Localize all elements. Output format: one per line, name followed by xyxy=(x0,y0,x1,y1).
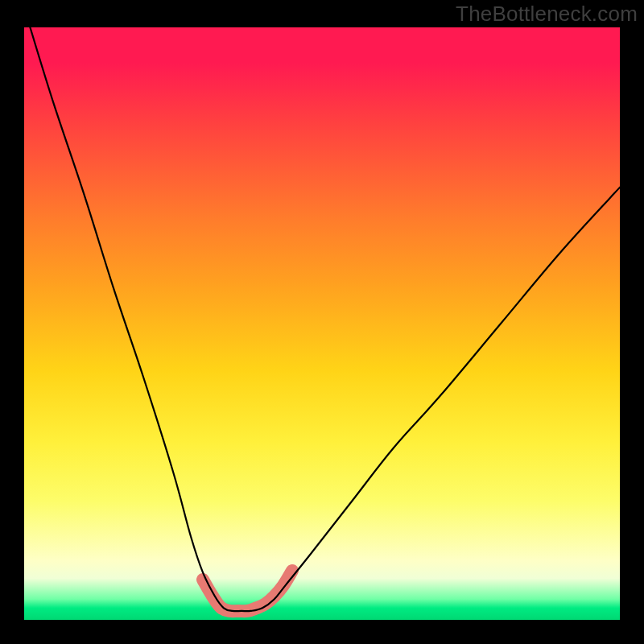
watermark-text: TheBottleneck.com xyxy=(456,2,638,27)
chart-svg xyxy=(24,27,620,620)
bottleneck-marker-band xyxy=(203,571,292,611)
plot-area xyxy=(24,27,620,620)
chart-frame: TheBottleneck.com xyxy=(0,0,644,644)
bottleneck-curve xyxy=(30,27,620,611)
